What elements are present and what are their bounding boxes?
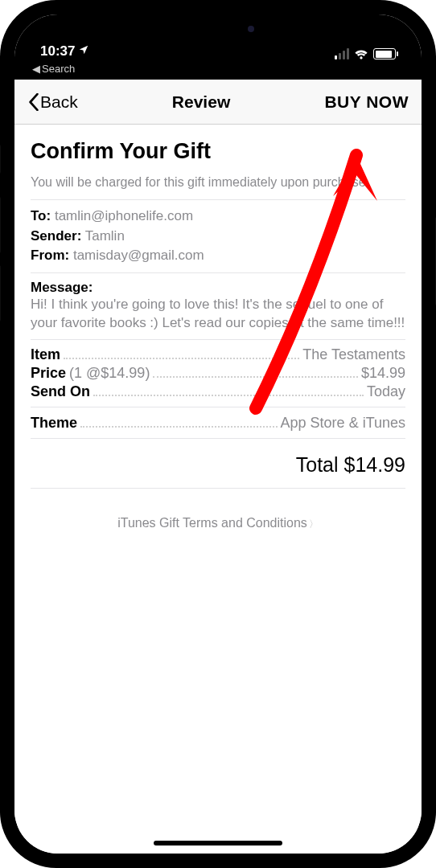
- buy-now-button[interactable]: BUY NOW: [324, 92, 409, 112]
- terms-link[interactable]: iTunes Gift Terms and Conditions〉: [31, 516, 405, 531]
- from-row: From: tamisday@gmail.com: [31, 246, 405, 266]
- theme-row: Theme App Store & iTunes: [31, 414, 405, 431]
- chevron-right-icon: 〉: [309, 518, 319, 530]
- page-title: Review: [172, 92, 230, 112]
- total-row: Total $14.99: [31, 445, 405, 489]
- sendon-row: Send On Today: [31, 383, 405, 400]
- item-row: Item The Testaments: [31, 346, 405, 363]
- heading: Confirm Your Gift: [31, 139, 405, 164]
- price-row: Price (1 @$14.99) $14.99: [31, 365, 405, 382]
- sender-row: Sender: Tamlin: [31, 227, 405, 247]
- message-label: Message:: [31, 280, 405, 296]
- cellular-icon: [335, 48, 349, 59]
- back-button[interactable]: Back: [27, 92, 78, 112]
- charge-disclaimer: You will be charged for this gift immedi…: [31, 175, 405, 190]
- home-indicator[interactable]: [154, 841, 282, 845]
- back-label: Back: [40, 92, 78, 112]
- breadcrumb-back-to-search[interactable]: ◀ Search: [14, 63, 422, 80]
- to-row: To: tamlin@iphonelife.com: [31, 207, 405, 227]
- wifi-icon: [354, 48, 368, 59]
- content-area: Confirm Your Gift You will be charged fo…: [14, 125, 422, 854]
- navigation-bar: Back Review BUY NOW: [14, 80, 422, 125]
- message-text: Hi! I think you're going to love this! I…: [31, 296, 405, 333]
- status-time: 10:37: [40, 43, 75, 59]
- battery-icon: [373, 48, 396, 59]
- location-icon: [78, 43, 89, 59]
- device-notch: [125, 14, 311, 43]
- chevron-left-icon: ◀: [32, 63, 40, 75]
- breadcrumb-label: Search: [42, 63, 75, 75]
